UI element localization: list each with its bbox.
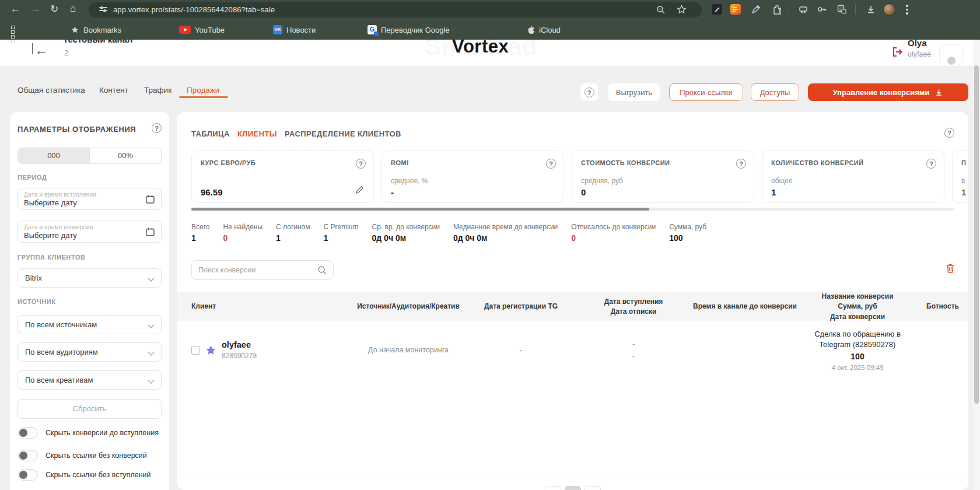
user-name[interactable]: Olya: [908, 40, 927, 48]
vk-icon: VK: [273, 25, 282, 34]
tab-table[interactable]: ТАБЛИЦА: [191, 130, 230, 138]
scrollbar-thumb[interactable]: [191, 208, 649, 211]
conversion-search: [191, 260, 334, 280]
manage-conversions-button[interactable]: Управление конверсиями: [808, 83, 968, 101]
bookmarks-bar: Bookmarks YouTube VK Новости G Переводчи…: [0, 19, 980, 40]
tab-traffic[interactable]: Трафик: [144, 86, 172, 94]
horizontal-scrollbar[interactable]: [191, 208, 954, 211]
reset-button[interactable]: Сбросить: [18, 399, 162, 419]
stat-not-found: Не найдены0: [223, 223, 262, 243]
export-button[interactable]: Выгрузить: [608, 83, 660, 101]
logout-icon[interactable]: [891, 46, 903, 58]
conversion-date: 4 окт. 2025 09:49: [798, 363, 917, 372]
card-help-icon[interactable]: ?: [926, 158, 936, 169]
romi-card: ROMI ? среднее, % -: [382, 150, 564, 203]
table-row[interactable]: olyfaee 828590278 До начала мониторинга …: [177, 321, 968, 380]
url-text[interactable]: app.vortex.pro/stats/-1002856442086?tab=…: [113, 5, 275, 14]
calendar-icon[interactable]: [145, 194, 155, 204]
sticky-note-extension-icon[interactable]: [730, 4, 741, 15]
channel-title: Тестовый канал: [63, 40, 132, 44]
profile-avatar[interactable]: [883, 4, 895, 16]
notes-extension-icon[interactable]: [712, 4, 722, 15]
value-format-switch[interactable]: 000 00%: [18, 148, 162, 164]
password-key-icon[interactable]: [817, 4, 827, 15]
conversion-cost-card: СТОИМОСТЬ КОНВЕРСИИ ? средняя, руб 0: [572, 150, 754, 203]
chevron-down-icon: [149, 276, 154, 281]
avatar-card[interactable]: [939, 44, 963, 65]
format-percent-option[interactable]: 00%: [89, 148, 161, 163]
avatar: [947, 57, 956, 65]
card-help-icon[interactable]: ?: [546, 158, 556, 169]
google-translate-icon: G: [368, 25, 377, 34]
bookmark-item-bookmarks[interactable]: Bookmarks: [71, 24, 121, 36]
back-icon[interactable]: ←: [10, 4, 20, 14]
next-page-button[interactable]: [584, 486, 601, 490]
format-absolute-option[interactable]: 000: [18, 148, 89, 163]
chevron-down-icon: [149, 378, 154, 383]
row-checkbox[interactable]: [191, 346, 200, 355]
sources-select[interactable]: По всем источникам: [18, 315, 162, 334]
card-help-icon[interactable]: ?: [356, 158, 366, 169]
stat-avg-time: Ср. вр. до конверсии0д 0ч 0м: [372, 223, 440, 243]
chevron-down-icon: [149, 350, 154, 355]
card-help-icon[interactable]: ?: [736, 158, 746, 169]
zoom-icon[interactable]: [656, 5, 666, 15]
bookmark-item-youtube[interactable]: YouTube: [179, 24, 225, 36]
tab-client-distribution[interactable]: РАСПРЕДЕЛЕНИЕ КЛИЕНТОВ: [285, 130, 401, 138]
page-header: ← Тестовый канал 2 Smmlead Vortex Olya o…: [0, 40, 980, 66]
tab-general-stats[interactable]: Общая статистика: [18, 86, 85, 94]
tab-sales[interactable]: Продажи: [187, 86, 219, 94]
tab-content[interactable]: Контент: [99, 86, 128, 94]
toggle-switch[interactable]: [18, 427, 38, 439]
client-cell: olyfaee 828590278: [177, 340, 350, 362]
toggle-switch[interactable]: [18, 450, 38, 461]
forward-icon[interactable]: →: [30, 4, 40, 14]
eyedropper-extension-icon[interactable]: [751, 4, 761, 15]
reload-icon[interactable]: ↻: [50, 4, 58, 14]
page-scrollbar[interactable]: [973, 40, 980, 490]
bookmark-item-news[interactable]: VK Новости: [273, 24, 316, 36]
site-settings-icon[interactable]: [99, 6, 107, 13]
toggle-switch[interactable]: [18, 469, 38, 481]
client-name[interactable]: olyfaee: [222, 340, 257, 350]
bookmark-item-translate[interactable]: G Переводчик Google: [368, 24, 450, 36]
stat-total: Всего1: [191, 223, 209, 243]
metric-cards-row: КУРС ЕВРО/РУБ ? 96.59 ROMI ? среднее, % …: [191, 150, 968, 203]
tab-clients[interactable]: КЛИЕНТЫ: [237, 130, 277, 138]
chrome-menu-icon[interactable]: [906, 5, 908, 16]
bookmark-star-icon[interactable]: [677, 5, 687, 15]
creatives-select[interactable]: По всем креативам: [18, 370, 162, 390]
current-page-button[interactable]: [565, 486, 581, 490]
extensions-puzzle-icon[interactable]: [772, 4, 782, 15]
client-group-select[interactable]: Bitrix: [18, 268, 162, 288]
sidebar-help-icon[interactable]: ?: [152, 123, 162, 133]
delete-icon[interactable]: [945, 262, 956, 274]
address-bar[interactable]: app.vortex.pro/stats/-1002856442086?tab=…: [89, 2, 702, 18]
edit-icon[interactable]: [355, 185, 365, 195]
audiences-select[interactable]: По всем аудиториям: [18, 342, 162, 362]
panel-help-icon[interactable]: ?: [944, 127, 954, 138]
home-icon[interactable]: ⌂: [70, 4, 76, 13]
calendar-icon[interactable]: [145, 227, 155, 237]
join-date-field[interactable]: Дата и время вступления Выберите дату: [18, 188, 162, 210]
bookmark-item-icloud[interactable]: iCloud: [527, 24, 561, 36]
conversion-sum: 100: [798, 351, 917, 362]
col-time-in-channel: Время в канале до конверсии: [692, 302, 798, 312]
back-button[interactable]: ←: [35, 43, 48, 58]
scrollbar-thumb[interactable]: [974, 65, 979, 404]
euro-rate-card: КУРС ЕВРО/РУБ ? 96.59: [191, 150, 374, 203]
col-botness: Ботность: [917, 302, 968, 312]
search-input[interactable]: [198, 261, 312, 279]
conversion-date-field[interactable]: Дата и время конверсии Выберите дату: [18, 220, 162, 243]
search-icon[interactable]: [317, 265, 327, 275]
proxy-links-button[interactable]: Прокси-ссылки: [669, 83, 743, 101]
downloads-icon[interactable]: [866, 4, 876, 15]
chevron-down-icon: [149, 323, 154, 328]
conversion-cell: Сделка по обращению в Telegram (82859027…: [798, 329, 917, 373]
cart-extension-icon[interactable]: [798, 4, 808, 15]
translate-toolbar-icon[interactable]: G: [836, 4, 847, 15]
apps-grid-icon[interactable]: [11, 24, 19, 36]
prev-page-button[interactable]: [545, 486, 561, 490]
access-button[interactable]: Доступы: [751, 83, 799, 101]
help-button[interactable]: ?: [580, 83, 598, 101]
